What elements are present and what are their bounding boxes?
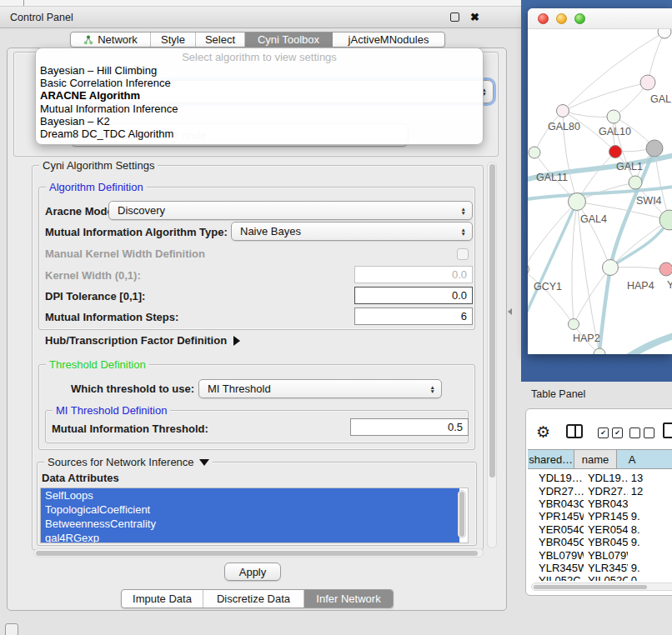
settings-horizontal-scrollbar[interactable] [33,548,484,558]
list-item[interactable]: gal4RGexp [41,531,459,543]
tab-network[interactable]: Network [71,32,151,47]
network-node[interactable] [603,260,619,276]
tab-select[interactable]: Select [196,32,245,47]
network-node[interactable] [529,147,540,158]
settings-vertical-scrollbar[interactable] [487,162,497,548]
table-row[interactable]: YIL052CYIL052C0. [528,574,672,581]
control-panel-tabs: Network Style Select Cyni Toolbox jActiv… [70,32,445,48]
network-node[interactable] [557,105,569,118]
list-item[interactable]: SelfLoops [41,488,459,502]
panel-collapse-arrow[interactable] [508,308,512,315]
network-edge[interactable] [610,267,666,269]
network-window-titlebar[interactable] [528,8,672,29]
column-header-name[interactable]: name [574,450,616,468]
network-node[interactable] [658,29,671,38]
table-cell: 9. [628,536,672,548]
table-cell: 9. [628,510,672,522]
aracne-mode-combo[interactable]: Discovery [108,201,473,220]
table-row[interactable]: YDL19…YDL19…13 [528,472,672,484]
network-canvas[interactable]: GALGAL80GAL10GAL1GAL11SWI4GAL4GCY1HAP4YH… [528,29,672,354]
list-scrollbar[interactable] [458,490,466,538]
mi-algorithm-type-combo[interactable]: Naive Bayes [231,222,473,241]
app-screen: Control Panel galFiltered.sif default no… [0,0,672,635]
minimize-window-icon[interactable] [556,13,567,24]
table-row[interactable]: YBR043CYBR043C [528,498,672,510]
network-node[interactable] [594,348,605,354]
mi-steps-value: 6 [461,310,467,322]
tab-label: Select [205,33,235,46]
algorithm-option[interactable]: Bayesian – Hill Climbing [36,64,483,77]
network-edge[interactable] [563,82,648,111]
network-edge[interactable] [563,111,614,118]
aracne-mode-value: Discovery [118,204,165,217]
table-row[interactable]: YBR045CYBR045C9. [528,536,672,548]
table-cell: YDR27… [528,485,584,498]
hub-section-toggle[interactable]: Hub/Transcription Factor Definition [45,334,240,347]
network-node[interactable] [569,319,579,330]
data-attributes-list[interactable]: SelfLoops TopologicalCoefficient Between… [40,488,469,543]
which-threshold-combo[interactable]: MI Threshold [198,379,442,398]
algorithm-option[interactable]: Mutual Information Inference [36,102,483,115]
column-header-next[interactable]: A [617,450,672,468]
kernel-width-field[interactable]: 0.0 [354,266,473,283]
network-node-label: GAL10 [599,126,631,138]
table-horizontal-scrollbar[interactable] [531,582,672,591]
which-threshold-value: MI Threshold [208,382,271,395]
table-cell: YBL079W [528,549,584,562]
close-panel-icon[interactable] [470,9,479,24]
network-edge[interactable] [563,32,664,111]
network-node[interactable] [659,262,672,276]
dpi-tolerance-field[interactable]: 0.0 [354,287,473,304]
tab-discretize-data[interactable]: Discretize Data [203,590,304,608]
table-row[interactable]: YPR145WYPR145W9. [528,510,672,522]
algorithm-option[interactable]: Dream8 DC_TDC Algorithm [36,128,483,140]
network-node[interactable] [629,176,642,189]
network-node[interactable] [640,75,655,90]
sources-toggle[interactable]: Sources for Network Inference [44,456,213,468]
close-window-icon[interactable] [538,13,549,24]
network-edge-highlight[interactable] [619,334,672,354]
column-header-shared[interactable]: shared… [528,450,574,468]
network-edge[interactable] [572,202,577,324]
tab-infer-network[interactable]: Infer Network [304,590,393,608]
network-node[interactable] [646,140,663,157]
tab-style[interactable]: Style [151,32,196,47]
table-cell: 8. [628,523,672,536]
list-item[interactable]: TopologicalCoefficient [41,502,459,517]
minimized-panel-icon[interactable] [5,623,18,635]
table-row[interactable]: YBL079WYBL079W [528,548,672,561]
tab-impute-data[interactable]: Impute Data [122,590,203,608]
mi-threshold-field[interactable]: 0.5 [350,418,469,436]
list-item[interactable]: BetweennessCentrality [41,517,459,531]
network-edge-highlight[interactable] [528,202,577,321]
tab-label: Network [98,33,138,46]
zoom-window-icon[interactable] [574,13,585,24]
select-all-checks-icon[interactable] [598,428,626,438]
network-edge-highlight[interactable] [610,220,669,268]
network-node-label: GAL [650,93,671,105]
deselect-all-checks-icon[interactable] [629,428,658,438]
algorithm-option[interactable]: Bayesian – K2 [36,115,483,128]
split-columns-icon[interactable] [566,424,583,438]
table-row[interactable]: YLR345WYLR345W9. [528,562,672,574]
gear-icon[interactable] [536,422,550,442]
float-window-icon[interactable] [450,12,459,22]
network-edge[interactable] [577,202,610,268]
tab-jactivemnodules[interactable]: jActiveMNodules [333,32,444,47]
network-node[interactable] [659,210,672,230]
network-node[interactable] [607,110,620,123]
mi-steps-field[interactable]: 6 [354,308,473,325]
document-icon[interactable] [663,422,672,438]
table-cell: 13 [628,472,672,484]
network-edge[interactable] [648,32,664,82]
algorithm-option-selected[interactable]: ARACNE Algorithm [36,89,483,102]
apply-button[interactable]: Apply [224,562,281,581]
network-node-label: HAP4 [627,280,654,292]
table-row[interactable]: YDR27…YDR27…12 [528,484,672,497]
table-row[interactable]: YER054CYER054C8. [528,523,672,536]
algorithm-option[interactable]: Basic Correlation Inference [36,77,483,89]
manual-kernel-checkbox[interactable] [457,248,469,260]
tab-cyni-toolbox[interactable]: Cyni Toolbox [245,32,333,47]
network-node[interactable] [609,146,622,158]
network-node[interactable] [569,193,586,211]
